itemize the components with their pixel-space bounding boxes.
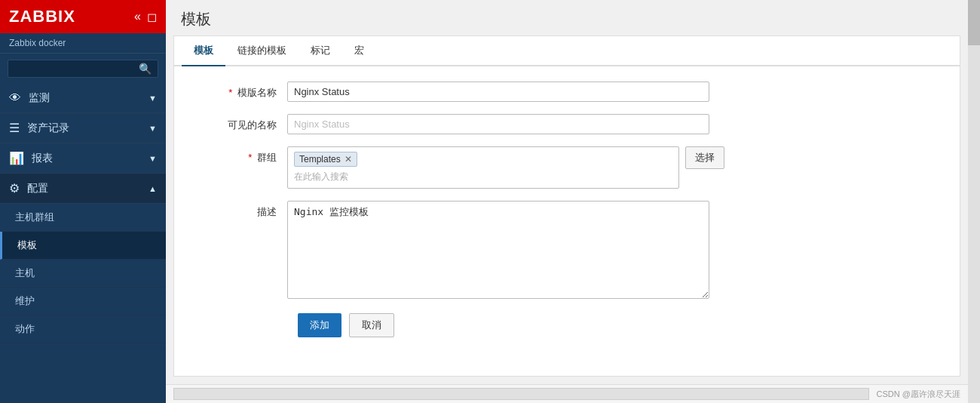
visible-name-input[interactable] <box>287 114 709 134</box>
reports-arrow: ▼ <box>149 154 157 163</box>
template-name-input[interactable] <box>287 82 709 102</box>
tab-macros[interactable]: 宏 <box>342 36 376 66</box>
group-required-star: * <box>248 152 252 163</box>
sidebar-item-actions-label: 动作 <box>15 322 35 336</box>
collapse-icon[interactable]: « <box>134 10 141 24</box>
group-input-box[interactable]: Templates ✕ <box>287 146 679 189</box>
description-label: 描述 <box>197 201 287 219</box>
sidebar-item-config[interactable]: ⚙ 配置 ▲ <box>0 174 166 204</box>
description-row: 描述 Nginx 监控模板 <box>197 201 937 301</box>
group-selector: Templates ✕ 选择 <box>287 146 724 189</box>
group-row: * 群组 Templates ✕ 选择 <box>197 146 937 189</box>
visible-name-control <box>287 114 709 134</box>
tab-tags[interactable]: 标记 <box>299 36 342 66</box>
sidebar-item-maintenance-label: 维护 <box>15 294 35 308</box>
description-control: Nginx 监控模板 <box>287 201 709 301</box>
visible-name-label: 可见的名称 <box>197 114 287 132</box>
monitor-icon: 👁 <box>9 91 21 105</box>
group-tag-label: Templates <box>299 154 341 165</box>
sidebar-search-box[interactable]: 🔍 <box>8 60 158 78</box>
required-star: * <box>228 87 232 98</box>
sidebar-item-assets-label: 资产记录 <box>27 122 69 135</box>
search-input[interactable] <box>14 63 139 75</box>
sidebar-item-templates[interactable]: 模板 <box>0 232 166 260</box>
reports-icon: 📊 <box>9 151 24 165</box>
zabbix-logo: ZABBIX <box>9 7 75 26</box>
sidebar-item-host-groups-label: 主机群组 <box>15 211 54 224</box>
assets-icon: ☰ <box>9 121 20 135</box>
sidebar-item-hosts[interactable]: 主机 <box>0 260 166 288</box>
footer-credit: CSDN @愿许浪尽天涯 <box>877 389 960 400</box>
tabs-container: 模板 链接的模板 标记 宏 <box>174 36 960 66</box>
sidebar-item-maintenance[interactable]: 维护 <box>0 288 166 315</box>
tab-linked-templates[interactable]: 链接的模板 <box>225 36 299 66</box>
sidebar-instance: Zabbix docker <box>0 33 166 54</box>
group-tag-templates: Templates ✕ <box>294 152 357 167</box>
sidebar-item-assets[interactable]: ☰ 资产记录 ▼ <box>0 113 166 143</box>
bottom-bar: CSDN @愿许浪尽天涯 <box>166 384 968 403</box>
cancel-button[interactable]: 取消 <box>349 313 394 337</box>
tab-template[interactable]: 模板 <box>182 36 225 66</box>
group-tag-close-icon[interactable]: ✕ <box>345 154 352 165</box>
sidebar-item-actions[interactable]: 动作 <box>0 315 166 343</box>
visible-name-row: 可见的名称 <box>197 114 937 134</box>
sidebar-item-templates-label: 模板 <box>17 238 37 252</box>
group-tag-container: Templates ✕ <box>292 150 674 168</box>
sidebar-item-reports[interactable]: 📊 报表 ▼ <box>0 143 166 174</box>
description-textarea[interactable]: Nginx 监控模板 <box>287 201 709 299</box>
sidebar: ZABBIX « ◻ Zabbix docker 🔍 👁 监测 ▼ ☰ 资产记录… <box>0 0 166 403</box>
expand-icon[interactable]: ◻ <box>147 10 157 24</box>
add-button[interactable]: 添加 <box>298 313 341 337</box>
sidebar-search-container: 🔍 <box>0 54 166 84</box>
monitor-arrow: ▼ <box>149 94 157 103</box>
scrollbar-thumb <box>968 0 980 45</box>
page-header: 模板 <box>166 0 968 35</box>
main-content: 模板 模板 链接的模板 标记 宏 * 模版名称 <box>166 0 968 403</box>
sidebar-item-config-label: 配置 <box>27 182 48 195</box>
sidebar-item-reports-label: 报表 <box>32 152 53 165</box>
config-icon: ⚙ <box>9 181 20 195</box>
assets-arrow: ▼ <box>149 124 157 133</box>
page-title: 模板 <box>181 9 953 29</box>
sidebar-header: ZABBIX « ◻ <box>0 0 166 33</box>
search-icon: 🔍 <box>139 63 152 75</box>
template-name-control <box>287 82 709 102</box>
sidebar-item-monitor[interactable]: 👁 监测 ▼ <box>0 84 166 113</box>
bottom-scrollbar[interactable] <box>173 388 869 400</box>
form-body: * 模版名称 可见的名称 * 群组 <box>174 66 960 352</box>
select-group-button[interactable]: 选择 <box>685 146 724 169</box>
group-search-input[interactable] <box>292 168 674 185</box>
sidebar-item-host-groups[interactable]: 主机群组 <box>0 204 166 232</box>
sidebar-item-monitor-label: 监测 <box>29 91 50 105</box>
right-scrollbar[interactable] <box>968 0 980 403</box>
content-area: 模板 链接的模板 标记 宏 * 模版名称 可见的名称 <box>173 35 960 377</box>
template-name-label: * 模版名称 <box>197 82 287 100</box>
group-label: * 群组 <box>197 146 287 165</box>
sidebar-header-icons: « ◻ <box>134 10 157 24</box>
config-arrow: ▲ <box>149 184 157 193</box>
template-name-row: * 模版名称 <box>197 82 937 102</box>
sidebar-item-hosts-label: 主机 <box>15 266 35 280</box>
form-actions: 添加 取消 <box>197 313 937 337</box>
